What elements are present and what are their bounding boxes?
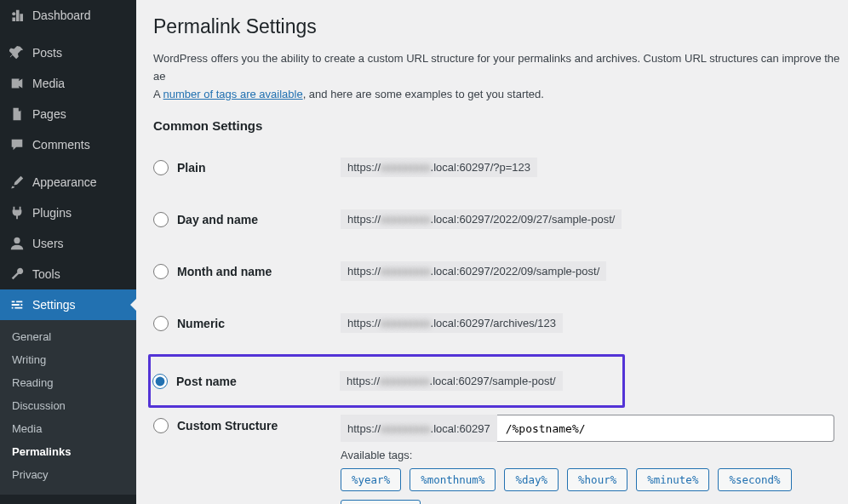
sidebar-label: Dashboard bbox=[32, 9, 91, 22]
submenu-media[interactable]: Media bbox=[0, 417, 136, 440]
user-icon bbox=[9, 235, 26, 252]
radio-post-name[interactable] bbox=[152, 374, 168, 389]
settings-submenu: General Writing Reading Discussion Media… bbox=[0, 320, 136, 495]
common-settings-heading: Common Settings bbox=[153, 118, 848, 133]
submenu-privacy[interactable]: Privacy bbox=[0, 463, 136, 486]
custom-structure-input[interactable] bbox=[497, 415, 834, 442]
option-plain-label[interactable]: Plain bbox=[153, 160, 341, 175]
radio-custom[interactable] bbox=[153, 418, 169, 433]
option-post-name-highlight: Post name https://xxxxxxxxx.local:60297/… bbox=[148, 354, 625, 408]
available-tags: %year% %monthnum% %day% %hour% %minute% … bbox=[341, 468, 848, 504]
sidebar-item-settings[interactable]: Settings bbox=[0, 289, 136, 320]
pin-icon bbox=[9, 44, 26, 61]
sidebar-label: Appearance bbox=[32, 175, 97, 189]
tag-minute[interactable]: %minute% bbox=[636, 468, 709, 491]
submenu-general[interactable]: General bbox=[0, 325, 136, 348]
option-custom-label[interactable]: Custom Structure bbox=[153, 418, 341, 433]
sidebar-item-users[interactable]: Users bbox=[0, 228, 136, 259]
sidebar-label: Pages bbox=[32, 107, 66, 121]
media-icon bbox=[9, 75, 26, 92]
submenu-writing[interactable]: Writing bbox=[0, 348, 136, 371]
radio-day-name[interactable] bbox=[153, 212, 169, 227]
tag-post-id[interactable]: %post_id% bbox=[341, 500, 421, 504]
intro-text: WordPress offers you the ability to crea… bbox=[153, 50, 848, 103]
submenu-permalinks[interactable]: Permalinks bbox=[0, 440, 136, 463]
pages-icon bbox=[9, 106, 26, 123]
sidebar-item-comments[interactable]: Comments bbox=[0, 129, 136, 160]
custom-structure-field: https://xxxxxxxxx.local:60297 bbox=[341, 415, 834, 442]
radio-month-name[interactable] bbox=[153, 264, 169, 279]
admin-sidebar: Dashboard Posts Media Pages Comments App… bbox=[0, 0, 136, 504]
radio-plain[interactable] bbox=[153, 160, 169, 175]
sidebar-item-media[interactable]: Media bbox=[0, 68, 136, 99]
tag-monthnum[interactable]: %monthnum% bbox=[410, 468, 496, 491]
option-month-name: Month and name https://xxxxxxxxx.local:6… bbox=[153, 252, 848, 290]
example-plain: https://xxxxxxxxx.local:60297/?p=123 bbox=[341, 158, 537, 177]
comments-icon bbox=[9, 136, 26, 153]
option-post-name-label[interactable]: Post name bbox=[152, 374, 340, 389]
example-day-name: https://xxxxxxxxx.local:60297/2022/09/27… bbox=[341, 209, 622, 229]
page-title: Permalink Settings bbox=[153, 15, 848, 38]
option-numeric: Numeric https://xxxxxxxxx.local:60297/ar… bbox=[153, 304, 848, 342]
option-custom: Custom Structure https://xxxxxxxxx.local… bbox=[153, 415, 848, 504]
sidebar-item-tools[interactable]: Tools bbox=[0, 259, 136, 289]
option-numeric-label[interactable]: Numeric bbox=[153, 316, 341, 331]
option-post-name: Post name https://xxxxxxxxx.local:60297/… bbox=[152, 362, 617, 400]
tag-second[interactable]: %second% bbox=[718, 468, 791, 491]
example-month-name: https://xxxxxxxxx.local:60297/2022/09/sa… bbox=[341, 261, 606, 281]
submenu-discussion[interactable]: Discussion bbox=[0, 394, 136, 417]
svg-point-0 bbox=[12, 12, 15, 15]
plug-icon bbox=[9, 204, 26, 221]
sidebar-label: Users bbox=[32, 237, 64, 250]
option-plain: Plain https://xxxxxxxxx.local:60297/?p=1… bbox=[153, 148, 848, 186]
custom-prefix: https://xxxxxxxxx.local:60297 bbox=[341, 415, 497, 442]
main-content: Permalink Settings WordPress offers you … bbox=[136, 0, 848, 504]
sidebar-item-plugins[interactable]: Plugins bbox=[0, 198, 136, 228]
sidebar-label: Tools bbox=[32, 267, 60, 281]
example-post-name: https://xxxxxxxxx.local:60297/sample-pos… bbox=[340, 371, 563, 391]
dashboard-icon bbox=[9, 7, 26, 24]
example-numeric: https://xxxxxxxxx.local:60297/archives/1… bbox=[341, 313, 563, 333]
sidebar-item-dashboard[interactable]: Dashboard bbox=[0, 0, 136, 31]
option-day-name-label[interactable]: Day and name bbox=[153, 212, 341, 227]
submenu-reading[interactable]: Reading bbox=[0, 371, 136, 394]
tag-day[interactable]: %day% bbox=[504, 468, 559, 491]
sidebar-item-appearance[interactable]: Appearance bbox=[0, 167, 136, 198]
sidebar-item-pages[interactable]: Pages bbox=[0, 99, 136, 129]
option-month-name-label[interactable]: Month and name bbox=[153, 264, 341, 279]
available-tags-label: Available tags: bbox=[341, 449, 412, 461]
sidebar-label: Settings bbox=[32, 298, 76, 312]
tag-hour[interactable]: %hour% bbox=[567, 468, 627, 491]
sidebar-label: Posts bbox=[32, 46, 62, 60]
sidebar-label: Media bbox=[32, 77, 65, 90]
tag-year[interactable]: %year% bbox=[341, 468, 401, 491]
radio-numeric[interactable] bbox=[153, 316, 169, 331]
svg-point-1 bbox=[14, 238, 20, 243]
sidebar-label: Comments bbox=[32, 138, 90, 152]
wrench-icon bbox=[9, 266, 26, 283]
sidebar-item-posts[interactable]: Posts bbox=[0, 37, 136, 68]
sliders-icon bbox=[9, 296, 26, 313]
sidebar-label: Plugins bbox=[32, 206, 72, 220]
brush-icon bbox=[9, 174, 26, 191]
intro-tags-link[interactable]: number of tags are available bbox=[163, 88, 303, 100]
option-day-name: Day and name https://xxxxxxxxx.local:602… bbox=[153, 200, 848, 238]
